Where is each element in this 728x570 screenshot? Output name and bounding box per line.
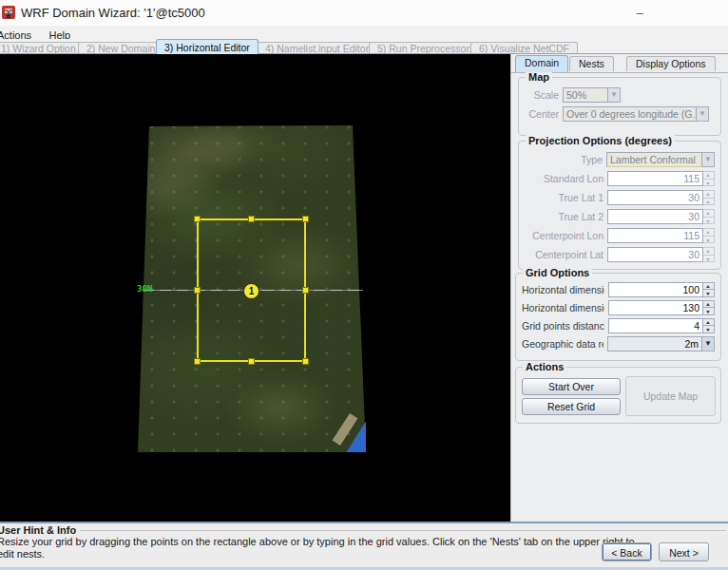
domain-panel: Domain Nests Display Options Map Scale 5… bbox=[510, 54, 728, 522]
grid-handle-n[interactable] bbox=[248, 216, 255, 222]
projection-group-title: Projection Options (degrees) bbox=[526, 135, 675, 146]
user-hint-panel: User Hint & Info Resize your grid by dra… bbox=[0, 522, 728, 570]
projection-group: Projection Options (degrees) Type Lamber… bbox=[518, 141, 721, 270]
spinner-arrows-icon bbox=[703, 171, 715, 186]
standard-lon-label: Standard Lon bbox=[525, 173, 603, 184]
geo-resolution-label: Geographic data resolut... bbox=[522, 338, 603, 350]
centerpoint-lat-label: Centerpoint Lat bbox=[525, 249, 603, 260]
projection-type-label: Type bbox=[525, 154, 603, 165]
dimension-y-label: Horizontal dimension Y bbox=[522, 302, 604, 314]
panel-tab-bar: Domain Nests Display Options bbox=[511, 54, 728, 73]
wizard-tab-strip: 1) Wizard Option 2) New Domain 3) Horizo… bbox=[0, 39, 728, 54]
actions-title: Actions bbox=[523, 361, 566, 372]
true-lat2-spinner: 30 bbox=[607, 209, 703, 224]
map-group-title: Map bbox=[526, 71, 552, 83]
latitude-label: 30N bbox=[137, 284, 152, 294]
grid-handle-s[interactable] bbox=[248, 358, 255, 365]
projection-type-combobox: Lambert Conformal bbox=[606, 152, 702, 167]
grid-handle-e[interactable] bbox=[302, 287, 309, 294]
tab-domain[interactable]: Domain bbox=[515, 55, 568, 72]
start-over-button[interactable]: Start Over bbox=[522, 378, 621, 395]
grid-options-title: Grid Options bbox=[523, 267, 592, 278]
back-button[interactable]: < Back bbox=[602, 542, 652, 561]
centerpoint-lon-label: Centerpoint Lon bbox=[525, 230, 603, 241]
actions-group: Actions Start Over Reset Grid Update Map bbox=[515, 367, 721, 424]
window-title: WRF Domain Wizard: '1'@tc5000 bbox=[21, 6, 205, 20]
spinner-arrows-icon bbox=[703, 228, 715, 243]
scale-label: Scale bbox=[525, 89, 559, 101]
center-combobox: Over 0 degrees longitude (G... bbox=[563, 106, 697, 122]
hint-divider bbox=[80, 530, 726, 531]
centerpoint-lon-spinner: 115 bbox=[607, 228, 703, 243]
app-window: WRF Domain Wizard: '1'@tc5000 – □ ✕ Acti… bbox=[0, 0, 728, 570]
grid-handle-se[interactable] bbox=[302, 358, 309, 365]
close-icon[interactable]: ✕ bbox=[0, 0, 25, 26]
reset-grid-button[interactable]: Reset Grid bbox=[522, 398, 621, 415]
chevron-down-icon: ▼ bbox=[608, 87, 621, 103]
centerpoint-lat-spinner: 30 bbox=[607, 247, 703, 262]
center-label: Center bbox=[525, 108, 559, 120]
spinner-arrows-icon[interactable] bbox=[703, 300, 715, 315]
map-group: Map Scale 50% ▼ Center Over 0 degrees lo… bbox=[518, 77, 721, 136]
next-button[interactable]: Next > bbox=[659, 542, 709, 561]
grid-handle-w[interactable] bbox=[194, 287, 201, 294]
title-bar: WRF Domain Wizard: '1'@tc5000 – □ ✕ bbox=[0, 0, 728, 27]
menu-bar: Actions Help bbox=[0, 26, 728, 39]
tab-nests[interactable]: Nests bbox=[569, 56, 614, 71]
grid-handle-sw[interactable] bbox=[194, 358, 201, 365]
spinner-arrows-icon bbox=[703, 247, 715, 262]
map-canvas[interactable]: 30N 1 bbox=[0, 54, 510, 522]
minimize-icon[interactable]: – bbox=[623, 0, 656, 26]
update-map-button: Update Map bbox=[625, 376, 716, 416]
spinner-arrows-icon[interactable] bbox=[703, 318, 715, 333]
chevron-down-icon[interactable]: ▼ bbox=[702, 336, 715, 352]
dimension-y-spinner[interactable]: 130 bbox=[608, 300, 703, 315]
grid-distance-label: Grid points distance (km) bbox=[522, 320, 604, 332]
tab-horizontal-editor[interactable]: 3) Horizontal Editor bbox=[156, 39, 259, 54]
spinner-arrows-icon[interactable] bbox=[703, 282, 715, 297]
true-lat1-spinner: 30 bbox=[607, 190, 703, 205]
grid-handle-nw[interactable] bbox=[194, 216, 201, 222]
scale-combobox: 50% bbox=[563, 87, 608, 103]
dimension-x-spinner[interactable]: 100 bbox=[608, 282, 703, 297]
tab-display-options[interactable]: Display Options bbox=[626, 56, 716, 71]
domain-marker[interactable]: 1 bbox=[243, 283, 259, 299]
grid-distance-spinner[interactable]: 4 bbox=[608, 318, 703, 333]
hint-title: User Hint & Info bbox=[0, 524, 80, 536]
chevron-down-icon: ▼ bbox=[702, 152, 715, 167]
standard-lon-spinner: 115 bbox=[607, 171, 703, 186]
grid-options-group: Grid Options Horizontal dimension X 100 … bbox=[515, 273, 721, 361]
chevron-down-icon: ▼ bbox=[697, 106, 709, 122]
spinner-arrows-icon bbox=[703, 190, 715, 205]
true-lat2-label: True Lat 2 bbox=[525, 211, 603, 222]
grid-handle-ne[interactable] bbox=[302, 216, 309, 222]
true-lat1-label: True Lat 1 bbox=[525, 192, 603, 203]
geo-resolution-combobox[interactable]: 2m bbox=[607, 336, 702, 352]
dimension-x-label: Horizontal dimension X bbox=[522, 284, 604, 295]
spinner-arrows-icon bbox=[703, 209, 715, 224]
